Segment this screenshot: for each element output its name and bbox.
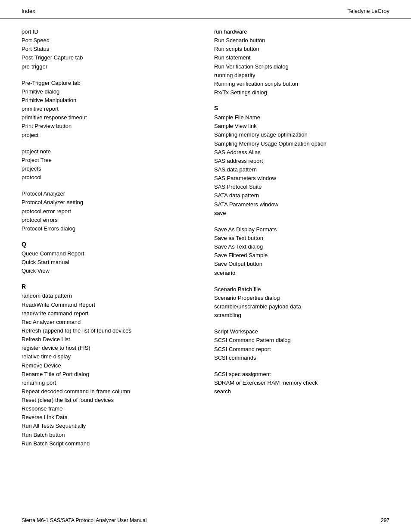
index-entry: read/write command report: [22, 309, 197, 318]
index-entry: SAS data pattern: [214, 165, 389, 174]
index-entry: Save As Display Formats: [214, 225, 389, 234]
index-entry: Response frame: [22, 404, 197, 413]
index-entry: SATA Parameters window: [214, 200, 389, 209]
index-entry: Sampling memory usage optimization: [214, 131, 389, 139]
section-letter: Q: [22, 241, 197, 248]
index-group: port IDPort SpeedPort StatusPost-Trigger…: [22, 28, 197, 71]
index-entry: SDRAM or Exerciser RAM memory check: [214, 379, 389, 387]
index-entry: Script Workspace: [214, 327, 389, 336]
index-entry: save: [214, 209, 389, 218]
page: Index Teledyne LeCroy port IDPort SpeedP…: [0, 0, 411, 532]
index-entry: Quick Start manual: [22, 258, 197, 267]
index-entry: protocol error report: [22, 207, 197, 216]
index-entry: Run Batch Script command: [22, 439, 197, 448]
index-entry: SAS address report: [214, 157, 389, 165]
index-group: SSample File NameSample View linkSamplin…: [214, 105, 389, 218]
index-entry: primitive report: [22, 105, 197, 113]
index-entry: SCSI Command Pattern dialog: [214, 336, 389, 345]
page-header: Index Teledyne LeCroy: [0, 0, 411, 19]
index-group: Rrandom data patternRead/Write Command R…: [22, 283, 197, 448]
index-entry: scrambling: [214, 311, 389, 320]
index-entry: project: [22, 131, 197, 140]
index-entry: Run statement: [214, 53, 389, 62]
index-entry: Rx/Tx Settings dialog: [214, 88, 389, 97]
index-entry: protocol: [22, 173, 197, 182]
index-entry: port ID: [22, 28, 197, 36]
index-entry: SCSI Command report: [214, 345, 389, 354]
index-entry: Repeat decoded command in frame column: [22, 387, 197, 396]
index-entry: SCSI spec assignment: [214, 370, 389, 379]
header-left: Index: [22, 8, 35, 14]
index-entry: Protocol Errors dialog: [22, 224, 197, 233]
index-entry: run hardware: [214, 28, 389, 36]
index-group: run hardwareRun Scenario buttonRun scrip…: [214, 28, 389, 97]
main-content: port IDPort SpeedPort StatusPost-Trigger…: [0, 19, 411, 464]
index-entry: pre-trigger: [22, 62, 197, 71]
index-entry: Remove Device: [22, 361, 197, 370]
index-entry: protocol errors: [22, 216, 197, 224]
index-entry: Reset (clear) the list of found devices: [22, 396, 197, 404]
index-entry: project note: [22, 147, 197, 156]
right-column: run hardwareRun Scenario buttonRun scrip…: [214, 28, 389, 456]
index-group: QQueue Command ReportQuick Start manualQ…: [22, 241, 197, 275]
section-letter: S: [214, 105, 389, 112]
index-entry: Project Tree: [22, 156, 197, 165]
index-group: Script WorkspaceSCSI Command Pattern dia…: [214, 327, 389, 362]
index-entry: search: [214, 387, 389, 396]
index-group: project noteProject Treeprojectsprotocol: [22, 147, 197, 182]
index-entry: Print Preview button: [22, 122, 197, 131]
index-entry: SAS Parameters window: [214, 174, 389, 183]
header-right: Teledyne LeCroy: [347, 8, 389, 14]
index-entry: Sample View link: [214, 122, 389, 131]
index-entry: Reverse Link Data: [22, 413, 197, 422]
index-entry: random data pattern: [22, 292, 197, 300]
index-entry: Run Batch button: [22, 431, 197, 439]
index-entry: Protocol Analyzer setting: [22, 198, 197, 207]
index-entry: Queue Command Report: [22, 249, 197, 258]
left-column: port IDPort SpeedPort StatusPost-Trigger…: [22, 28, 197, 456]
index-group: Save As Display FormatsSave as Text butt…: [214, 225, 389, 277]
index-group: Pre-Trigger Capture tabPrimitive dialogP…: [22, 79, 197, 140]
index-entry: Primitive dialog: [22, 87, 197, 96]
index-entry: SAS Protocol Suite: [214, 183, 389, 191]
index-entry: Running verification scripts button: [214, 80, 389, 88]
index-entry: Read/Write Command Report: [22, 301, 197, 309]
index-entry: Quick View: [22, 267, 197, 275]
index-entry: SATA data pattern: [214, 191, 389, 200]
index-entry: Sample File Name: [214, 113, 389, 122]
index-entry: projects: [22, 165, 197, 173]
index-entry: scramble/unscramble payload data: [214, 302, 389, 311]
index-entry: Run All Tests Sequentially: [22, 422, 197, 430]
index-entry: Run Verification Scripts dialog: [214, 62, 389, 71]
index-group: SCSI spec assignmentSDRAM or Exerciser R…: [214, 370, 389, 396]
index-entry: Port Status: [22, 45, 197, 53]
index-entry: Run Scenario button: [214, 36, 389, 45]
index-entry: Rename Title of Port dialog: [22, 370, 197, 379]
index-entry: running disparity: [214, 71, 389, 80]
index-entry: Scenario Properties dialog: [214, 294, 389, 302]
index-entry: Primitive Manipulation: [22, 96, 197, 105]
index-entry: Save Output button: [214, 260, 389, 268]
footer-right: 297: [381, 517, 389, 523]
index-entry: Sampling Memory Usage Optimization optio…: [214, 140, 389, 148]
index-group: Protocol AnalyzerProtocol Analyzer setti…: [22, 190, 197, 233]
index-entry: relative time display: [22, 352, 197, 361]
index-entry: renaming port: [22, 379, 197, 387]
index-entry: Scenario Batch file: [214, 285, 389, 294]
index-entry: Refresh Device List: [22, 335, 197, 344]
index-entry: Post-Trigger Capture tab: [22, 53, 197, 62]
index-entry: Port Speed: [22, 36, 197, 45]
index-entry: Run scripts button: [214, 45, 389, 53]
index-entry: SCSI commands: [214, 354, 389, 362]
index-entry: Pre-Trigger Capture tab: [22, 79, 197, 87]
index-entry: scenario: [214, 269, 389, 277]
index-entry: Save as Text button: [214, 234, 389, 243]
page-footer: Sierra M6-1 SAS/SATA Protocol Analyzer U…: [22, 517, 389, 523]
index-entry: Save Filtered Sample: [214, 251, 389, 260]
section-letter: R: [22, 283, 197, 290]
index-group: Scenario Batch fileScenario Properties d…: [214, 285, 389, 320]
index-entry: SAS Address Alias: [214, 148, 389, 157]
index-entry: register device to host (FIS): [22, 344, 197, 352]
index-entry: Rec Analyzer command: [22, 318, 197, 327]
index-entry: Save As Text dialog: [214, 243, 389, 251]
